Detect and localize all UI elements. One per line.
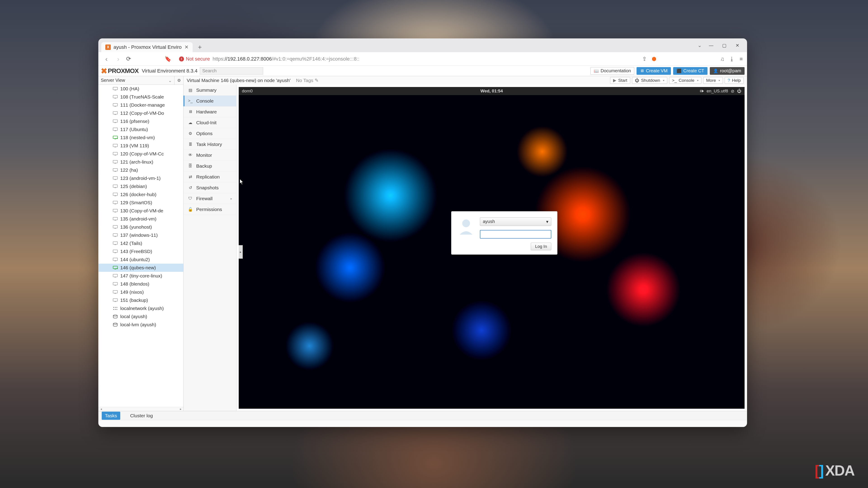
tree-item-loc[interactable]: local (ayush) [98,313,183,321]
server-view-settings-button[interactable]: ⚙ [175,76,184,85]
tab-taskhistory[interactable]: ≣Task History [184,139,236,150]
tree-item-112[interactable]: 112 (Copy-of-VM-Do [98,109,183,117]
tab-firewall[interactable]: 🛡Firewall▸ [184,193,236,204]
tree-item-label: local (ayush) [120,314,147,319]
novnc-side-toggle[interactable]: ▸ [239,245,243,259]
cluster-log-tab[interactable]: Cluster log [127,412,156,420]
documentation-button[interactable]: 📖Documentation [590,67,634,75]
tree-item-111[interactable]: 111 (Docker-manage [98,101,183,109]
create-vm-button[interactable]: 🖥Create VM [637,67,671,75]
username-select[interactable]: ayush ▾ [480,217,551,226]
window-close-button[interactable]: ✕ [732,41,743,50]
music-icon[interactable]: ♫ [720,56,724,62]
tree-item-121[interactable]: 121 (arch-linux) [98,158,183,166]
menu-icon[interactable]: ≡ [740,56,743,62]
bookmark-icon[interactable]: 🔖 [164,56,171,62]
tab-monitor[interactable]: 👁Monitor [184,150,236,161]
tree-item-130[interactable]: 130 (Copy-of-VM-de [98,207,183,215]
login-button[interactable]: Log In [531,242,551,250]
tree-item-120[interactable]: 120 (Copy-of-VM-Cc [98,150,183,158]
tree-item-108[interactable]: 108 (TrueNAS-Scale [98,93,183,101]
tree-scroll-indicator[interactable]: ◂▸ [98,407,183,411]
tree-item-126[interactable]: 126 (docker-hub) [98,191,183,199]
tree-item-116[interactable]: 116 (pfsense) [98,117,183,125]
tree-item-label: 119 (VM 119) [120,143,149,149]
tab-hardware[interactable]: 🖥Hardware [184,106,236,117]
guest-power-icon[interactable]: ⏻ [737,89,741,94]
more-button[interactable]: More▾ [703,77,723,84]
user-icon: 👤 [713,68,718,73]
server-view-selector[interactable]: Server View ⌄ [98,76,175,85]
window-maximize-button[interactable]: ▢ [718,41,730,50]
tree-item-125[interactable]: 125 (debian) [98,182,183,191]
svg-rect-9 [114,123,116,123]
tree-item-label: 117 (Ubuntu) [120,127,148,132]
start-button[interactable]: ▶Start [610,77,630,84]
nav-forward-button[interactable]: › [114,55,122,63]
vm-console[interactable]: dom0 Wed, 01:54 🕪 en_US.utf8 ⊘ ⏻ ▸ [239,87,745,409]
summary-icon: ▤ [188,88,193,93]
resource-tree[interactable]: 100 (HA)108 (TrueNAS-Scale111 (Docker-ma… [98,85,183,407]
tree-item-122[interactable]: 122 (ha) [98,166,183,174]
tree-item-136[interactable]: 136 (yunohost) [98,223,183,231]
security-badge[interactable]: ! Not secure [179,56,210,62]
tree-item-100[interactable]: 100 (HA) [98,85,183,93]
share-icon[interactable]: ⇪ [642,56,647,62]
tab-console[interactable]: >_Console [184,96,236,106]
tab-backup[interactable]: 🗄Backup [184,161,236,171]
tree-item-143[interactable]: 143 (FreeBSD) [98,248,183,256]
network-icon[interactable]: ⊘ [731,89,735,94]
reload-button[interactable]: ⟳ [126,55,131,62]
tab-summary[interactable]: ▤Summary [184,85,236,96]
tree-item-label: 151 (backup) [120,297,148,303]
new-tab-button[interactable]: ＋ [194,42,205,52]
tree-item-117[interactable]: 117 (Ubuntu) [98,125,183,133]
nav-back-button[interactable]: ‹ [103,55,110,63]
tree-item-147[interactable]: 147 (tiny-core-linux) [98,272,183,280]
browser-tab-active[interactable]: X ayush - Proxmox Virtual Enviro ✕ [101,42,193,52]
tree-item-129[interactable]: 129 (SmartOS) [98,199,183,207]
pencil-icon[interactable]: ✎ [315,78,319,83]
close-tab-icon[interactable]: ✕ [184,44,188,50]
window-minimize-button[interactable]: — [705,41,717,50]
tree-item-144[interactable]: 144 (ubuntu2) [98,256,183,264]
tab-permissions[interactable]: 🔓Permissions [184,204,236,215]
tab-options[interactable]: ⚙Options [184,128,236,139]
tree-item-149[interactable]: 149 (nixos) [98,288,183,296]
tree-item-151[interactable]: 151 (backup) [98,296,183,304]
create-ct-button[interactable]: ⬛Create CT [673,67,708,75]
svg-rect-18 [113,160,118,163]
user-menu-button[interactable]: 👤root@pam [710,67,745,75]
tab-replication[interactable]: ⇄Replication [184,171,236,182]
tasks-tab[interactable]: Tasks [102,412,120,420]
shutdown-button[interactable]: ⏻Shutdown▾ [632,77,667,84]
guest-screen[interactable]: ▸ ayush ▾ [239,95,745,409]
firewall-icon: 🛡 [188,196,193,201]
tree-item-135[interactable]: 135 (android-vm) [98,215,183,223]
search-input[interactable]: Search [200,67,263,74]
tab-snapshots[interactable]: ↺Snapshots [184,182,236,193]
guest-locale[interactable]: en_US.utf8 [707,89,728,94]
tree-item-119[interactable]: 119 (VM 119) [98,142,183,150]
tree-item-146[interactable]: 146 (qubes-new) [98,264,183,272]
url-field[interactable]: ! Not secure https://192.168.0.227:8006/… [176,55,638,64]
tree-item-123[interactable]: 123 (android-vm-1) [98,174,183,182]
volume-icon[interactable]: 🕪 [700,89,704,94]
svg-rect-27 [114,196,116,196]
tree-item-118[interactable]: 118 (nested-vm) [98,133,183,142]
tree-item-148[interactable]: 148 (blendos) [98,280,183,288]
tree-item-ln[interactable]: localnetwork (ayush) [98,304,183,313]
password-input[interactable] [480,230,551,238]
help-button[interactable]: ?Help [725,77,744,84]
tab-overflow-chevron-icon[interactable]: ⌄ [698,42,702,48]
console-button[interactable]: >_Console▾ [669,77,702,84]
tree-item-lvm[interactable]: local-lvm (ayush) [98,321,183,329]
tree-item-142[interactable]: 142 (Tails) [98,239,183,248]
tree-item-137[interactable]: 137 (windows-11) [98,231,183,239]
download-icon[interactable]: ⭳ [729,56,735,62]
proxmox-logo[interactable]: ✖ PROXMOX [101,66,138,75]
tree-item-label: 112 (Copy-of-VM-Do [120,110,164,116]
tab-cloudinit[interactable]: ☁Cloud-Init [184,117,236,128]
brave-shield-icon[interactable]: ⬢ [652,56,656,62]
tags-label[interactable]: No Tags ✎ [296,78,319,83]
